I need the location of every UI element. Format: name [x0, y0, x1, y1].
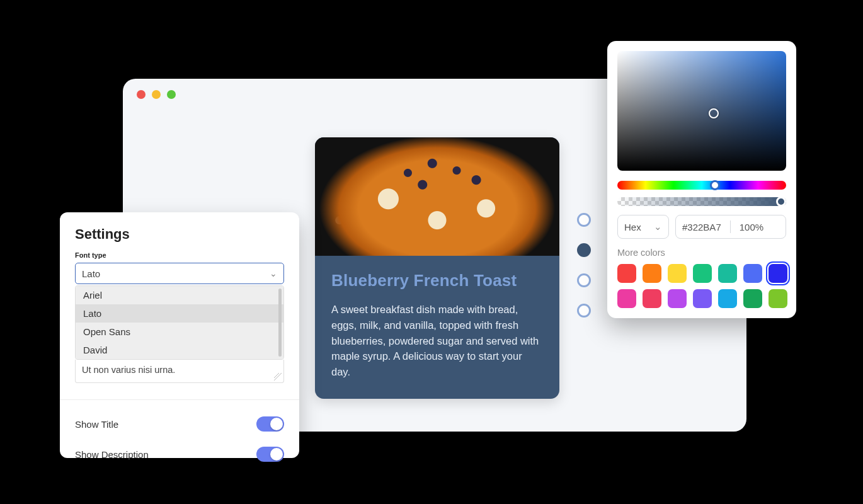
variant-radio-2[interactable]	[577, 273, 591, 287]
recipe-title: Blueberry French Toast	[331, 271, 543, 290]
color-swatch[interactable]	[743, 289, 762, 308]
variant-radio-1[interactable]	[577, 243, 591, 257]
dropdown-scrollbar[interactable]	[278, 289, 282, 357]
toggle-label: Show Description	[75, 449, 149, 460]
color-swatch[interactable]	[617, 289, 636, 308]
alpha-knob[interactable]	[776, 197, 786, 207]
color-picker-panel: Hex ⌄ #322BA7 100% More colors	[607, 41, 796, 318]
font-type-dropdown: Ariel Lato Open Sans David	[75, 285, 284, 360]
recipe-image	[315, 137, 559, 256]
color-swatch[interactable]	[693, 289, 712, 308]
divider	[60, 399, 299, 400]
font-type-label: Font type	[75, 251, 284, 259]
toggle-row-show-title: Show Title	[75, 409, 284, 439]
chevron-down-icon: ⌄	[654, 221, 662, 232]
font-option[interactable]: Open Sans	[76, 323, 283, 341]
chevron-down-icon: ⌄	[270, 268, 277, 278]
hue-slider[interactable]	[617, 181, 786, 190]
recipe-description: A sweet breakfast dish made with bread, …	[331, 302, 543, 380]
more-colors-label: More colors	[617, 248, 786, 258]
color-swatch[interactable]	[769, 264, 787, 283]
show-title-toggle[interactable]	[256, 416, 284, 432]
resize-handle-icon[interactable]	[274, 373, 282, 381]
font-option[interactable]: David	[76, 341, 283, 359]
separator	[730, 220, 731, 233]
recipe-body: Blueberry French Toast A sweet breakfast…	[315, 256, 559, 399]
color-swatch[interactable]	[643, 289, 661, 308]
variant-radio-0[interactable]	[577, 213, 591, 227]
recipe-card: Blueberry French Toast A sweet breakfast…	[315, 137, 559, 399]
maximize-window-dot[interactable]	[167, 90, 176, 99]
settings-panel: Settings Font type Lato ⌄ Ariel Lato Ope…	[60, 212, 299, 458]
color-swatch[interactable]	[718, 264, 737, 283]
settings-title: Settings	[75, 226, 284, 243]
sample-textarea[interactable]: Ut non varius nisi urna.	[75, 360, 284, 383]
show-description-toggle[interactable]	[256, 447, 284, 462]
font-option[interactable]: Ariel	[76, 286, 283, 304]
close-window-dot[interactable]	[137, 90, 146, 99]
color-swatch[interactable]	[718, 289, 737, 308]
variant-radio-group	[577, 213, 591, 318]
color-swatch[interactable]	[668, 289, 687, 308]
sv-cursor[interactable]	[709, 108, 719, 118]
font-option[interactable]: Lato	[76, 304, 283, 323]
color-swatch[interactable]	[643, 264, 661, 283]
font-type-value: Lato	[82, 268, 100, 279]
toggle-row-show-description: Show Description	[75, 439, 284, 469]
window-traffic-lights	[137, 90, 176, 99]
color-swatch[interactable]	[668, 264, 687, 283]
sample-textarea-value: Ut non varius nisi urna.	[82, 365, 175, 375]
alpha-slider[interactable]	[617, 197, 786, 206]
color-swatch[interactable]	[617, 264, 636, 283]
minimize-window-dot[interactable]	[152, 90, 161, 99]
color-inputs: Hex ⌄ #322BA7 100%	[617, 215, 786, 239]
swatch-grid	[617, 264, 786, 308]
color-model-select[interactable]: Hex ⌄	[617, 215, 669, 239]
variant-radio-3[interactable]	[577, 304, 591, 318]
color-swatch[interactable]	[743, 264, 762, 283]
color-model-value: Hex	[624, 222, 641, 232]
hex-value: #322BA7	[682, 222, 721, 232]
hue-knob[interactable]	[710, 180, 720, 190]
alpha-value: 100%	[740, 222, 763, 232]
color-value-input[interactable]: #322BA7 100%	[675, 215, 786, 239]
sv-color-area[interactable]	[617, 51, 786, 171]
toggle-label: Show Title	[75, 419, 118, 430]
color-swatch[interactable]	[769, 289, 787, 308]
color-swatch[interactable]	[693, 264, 712, 283]
font-type-select[interactable]: Lato ⌄	[75, 263, 284, 284]
